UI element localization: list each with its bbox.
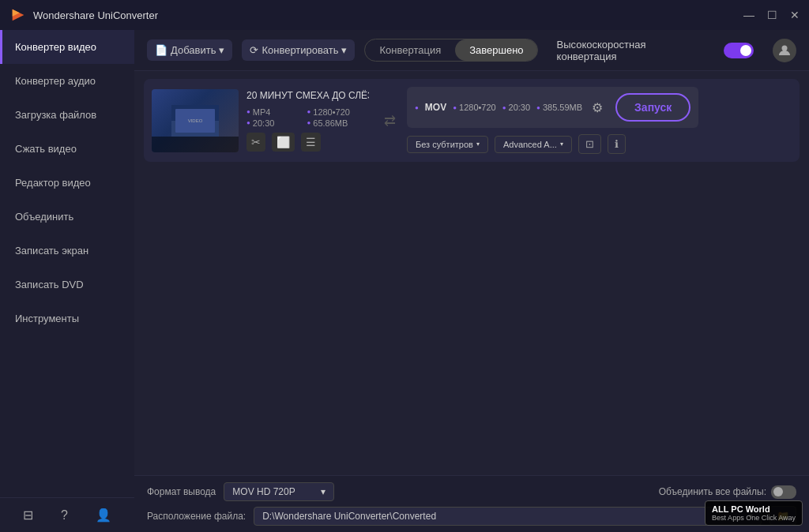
path-label: Расположение файла: [147,511,246,522]
subtitle-dropdown-arrow: ▾ [476,140,480,148]
help-icon[interactable]: ? [61,508,68,523]
user-icon[interactable]: 👤 [96,508,111,523]
merge-toggle-group: Объединить все файлы: [659,485,796,499]
user-avatar[interactable] [773,39,796,62]
maximize-button[interactable]: ☐ [767,9,777,21]
svg-text:VIDEO: VIDEO [188,118,203,123]
merge-toggle[interactable] [771,485,796,499]
output-format: MOV [425,102,446,113]
format-dropdown[interactable]: MOV HD 720P ▾ [224,482,334,501]
preview-button[interactable]: ⊡ [578,134,601,154]
sidebar-bottom: ⊟ ? 👤 [0,497,134,532]
output-size: ●385.59MB [536,103,582,112]
file-size: ●65.86MB [307,118,373,128]
output-resolution: ●1280•720 [453,103,496,112]
thumb-overlay [152,137,239,152]
watermark-sub: Best Apps One Click Away [712,514,796,522]
file-resolution: ●1280•720 [307,107,373,117]
file-area: VIDEO 20 МИНУТ СМЕХА ДО СЛЁЗ - ЛУЧШИЕ ПР… [134,71,809,475]
file-thumbnail: VIDEO [152,89,239,152]
highspeed-toggle[interactable] [724,43,754,58]
subtitle-row: Без субтитров ▾ Advanced A... ▾ ⊡ ℹ [407,134,698,154]
sidebar-item-record-dvd[interactable]: Записать DVD [0,268,134,302]
sidebar-item-audio-converter[interactable]: Конвертер аудио [0,64,134,98]
format-dropdown-arrow: ▾ [321,486,325,497]
format-row: Формат вывода MOV HD 720P ▾ Объединить в… [147,482,796,501]
titlebar-left: Wondershare UniConverter [9,6,158,24]
format-label: Формат вывода [147,486,216,497]
file-card: VIDEO 20 МИНУТ СМЕХА ДО СЛЁЗ - ЛУЧШИЕ ПР… [144,79,800,162]
path-row: Расположение файла: D:\Wondershare UniCo… [147,506,796,526]
add-file-dropdown-arrow: ▾ [219,44,224,56]
sidebar-item-video-converter[interactable]: Конвертер видео [0,30,134,64]
sidebar-item-video-editor[interactable]: Редактор видео [0,166,134,200]
svg-point-2 [782,45,788,51]
watermark: ALL PC World Best Apps One Click Away [705,500,803,526]
sidebar-item-record-screen[interactable]: Записать экран [0,234,134,268]
topbar: 📄 Добавить ▾ ⟳ Конвертировать ▾ Конверта… [134,30,809,71]
effects-button[interactable]: ☰ [301,133,321,152]
sidebar-item-merge[interactable]: Объединить [0,200,134,234]
file-format: ●MP4 [246,107,297,117]
output-settings: ● MOV ●1280•720 ●20:30 ●385.59MB ⚙ Запус… [407,87,698,154]
convert-icon: ⟳ [250,44,258,56]
user-avatar-icon [778,44,791,57]
titlebar-controls: — ☐ ✕ [743,9,800,21]
cut-button[interactable]: ✂ [246,133,265,152]
output-settings-button[interactable]: ⚙ [592,100,603,115]
tab-done[interactable]: Завершено [455,39,537,61]
info-button[interactable]: ℹ [608,134,626,154]
highspeed-label: Высокоскоростная конвертация [557,39,709,62]
audio-dropdown-arrow: ▾ [560,140,563,148]
tab-convert[interactable]: Конвертация [365,39,455,61]
merge-label: Объединить все файлы: [659,486,766,497]
add-file-icon: 📄 [155,44,167,56]
path-dropdown[interactable]: D:\Wondershare UniConverter\Converted ▾ [254,507,762,526]
output-duration: ●20:30 [502,103,530,112]
crop-button[interactable]: ⬜ [272,133,295,152]
file-tools: ✂ ⬜ ☰ [246,133,373,152]
dot-icon: ● [415,104,419,111]
main-layout: Конвертер видео Конвертер аудио Загрузка… [0,30,809,532]
output-format-row: ● MOV ●1280•720 ●20:30 ●385.59MB ⚙ Запус… [407,87,698,128]
sidebar-item-tools[interactable]: Инструменты [0,302,134,335]
subtitle-dropdown[interactable]: Без субтитров ▾ [407,136,488,153]
watermark-brand: ALL PC World [712,504,796,514]
sidebar-item-file-download[interactable]: Загрузка файлов [0,98,134,132]
sidebar-item-compress-video[interactable]: Сжать видео [0,132,134,166]
content: 📄 Добавить ▾ ⟳ Конвертировать ▾ Конверта… [134,30,809,532]
tabs-group: Конвертация Завершено [364,39,537,62]
file-info-left: 20 МИНУТ СМЕХА ДО СЛЁЗ - ЛУЧШИЕ ПРИК... … [246,90,373,152]
start-button[interactable]: Запуск [615,93,690,122]
minimize-button[interactable]: — [743,9,754,21]
convert-to-button[interactable]: ⟳ Конвертировать ▾ [242,39,355,61]
titlebar: Wondershare UniConverter — ☐ ✕ [0,0,809,30]
file-duration: ●20:30 [246,118,297,128]
convert-dropdown-arrow: ▾ [341,44,347,56]
sidebar: Конвертер видео Конвертер аудио Загрузка… [0,30,134,532]
add-file-button[interactable]: 📄 Добавить ▾ [147,39,232,61]
file-props: ●MP4 ●1280•720 ●20:30 ●65.86MB [246,107,373,128]
convert-arrow-icon: ⇄ [384,112,396,129]
bookmarks-icon[interactable]: ⊟ [23,508,33,523]
audio-dropdown[interactable]: Advanced A... ▾ [495,136,572,153]
file-name: 20 МИНУТ СМЕХА ДО СЛЁЗ - ЛУЧШИЕ ПРИК... … [246,90,369,101]
app-title: Wondershare UniConverter [33,9,158,21]
thumbnail-image: VIDEO [171,105,219,137]
close-button[interactable]: ✕ [790,9,800,21]
app-logo-icon [9,6,27,24]
